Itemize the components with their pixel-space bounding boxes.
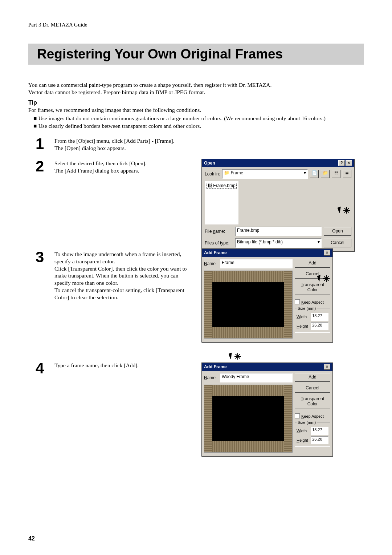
frame-name-input[interactable]: Woody Frame xyxy=(220,373,293,382)
name-label: Name xyxy=(204,375,218,380)
running-header: Part 3 Dr. METAZA Guide xyxy=(28,22,87,28)
tip-lead: For frames, we recommend using images th… xyxy=(28,107,355,113)
add-button[interactable]: Add xyxy=(295,373,330,382)
open-dialog-titlebar: Open ? × xyxy=(202,159,354,167)
height-label: Height xyxy=(297,438,309,442)
tip-heading: Tip xyxy=(28,100,37,106)
size-group: Size (mm) Width18.27 Height26.28 xyxy=(295,422,330,447)
frame-preview xyxy=(204,271,293,339)
details-view-button[interactable]: ≣ xyxy=(343,170,351,178)
height-input[interactable]: 26.28 xyxy=(311,436,328,444)
file-item[interactable]: 🖼 Frame.bmp xyxy=(207,183,237,189)
file-name-label: File name: xyxy=(205,229,233,234)
cancel-button[interactable]: Cancel xyxy=(295,384,330,393)
width-label: Width xyxy=(297,429,309,433)
step-3-line-c: To cancel the transparent-color setting,… xyxy=(54,287,184,300)
step-number-1: 1 xyxy=(36,135,44,153)
step-2-line-a: Select the desired file, then click [Ope… xyxy=(54,160,147,166)
up-one-level-button[interactable]: 📄 xyxy=(310,170,319,178)
page-title: Registering Your Own Original Frames xyxy=(37,44,364,65)
look-in-label: Look in: xyxy=(205,171,220,177)
add-frame-title: Add Frame xyxy=(204,364,227,369)
step-3-line-b: Click [Transparent Color], then click th… xyxy=(54,266,187,286)
keep-aspect-checkbox[interactable]: Keep Aspect xyxy=(295,413,330,418)
file-name-input[interactable]: Frame.bmp xyxy=(235,227,322,236)
frame-name-input[interactable]: Frame xyxy=(220,259,293,268)
width-input[interactable]: 18.27 xyxy=(311,313,328,321)
tip-bullets: ■ Use images that do not contain continu… xyxy=(33,115,364,130)
add-frame-dialog-1: Add Frame × Name Frame Add Cancel Transp… xyxy=(201,248,333,343)
height-input[interactable]: 26.28 xyxy=(311,322,328,330)
close-button[interactable]: × xyxy=(346,160,352,166)
frame-preview xyxy=(204,385,293,453)
step-2-line-b: The [Add Frame] dialog box appears. xyxy=(54,167,139,174)
step-1-text: From the [Object] menu, click [Add Parts… xyxy=(54,137,200,152)
step-number-3: 3 xyxy=(36,248,44,266)
look-in-dropdown[interactable]: 📁 Frame ▾ xyxy=(222,169,308,179)
close-button[interactable]: × xyxy=(324,364,330,370)
cancel-button[interactable]: Cancel xyxy=(295,270,330,279)
tip-bullet-1: Use images that do not contain continuou… xyxy=(38,115,326,121)
name-label: Name xyxy=(204,261,218,266)
bullet-square-icon: ■ xyxy=(33,115,38,121)
page-number: 42 xyxy=(28,535,35,542)
add-frame-dialog-2: Add Frame × Name Woody Frame Add Cancel … xyxy=(201,362,333,457)
cancel-button[interactable]: Cancel xyxy=(324,239,351,247)
step-number-4: 4 xyxy=(36,360,44,377)
intro-line-1: You can use a commercial paint-type prog… xyxy=(28,82,271,88)
height-label: Height xyxy=(297,324,309,328)
step-4-text: Type a frame name, then click [Add]. xyxy=(54,362,200,369)
size-legend: Size (mm) xyxy=(297,306,317,311)
size-legend: Size (mm) xyxy=(297,420,317,425)
step-1-line-a: From the [Object] menu, click [Add Parts… xyxy=(54,138,175,144)
add-frame-title: Add Frame xyxy=(204,250,227,255)
width-label: Width xyxy=(297,315,309,319)
new-folder-button[interactable]: 📁 xyxy=(321,170,330,178)
add-frame-titlebar: Add Frame × xyxy=(202,363,332,371)
intro-paragraph: You can use a commercial paint-type prog… xyxy=(28,81,355,96)
step-1-line-b: The [Open] dialog box appears. xyxy=(54,145,126,151)
intro-line-2: Vector data cannot be registered. Prepar… xyxy=(28,89,205,95)
help-button[interactable]: ? xyxy=(338,160,345,166)
open-dialog: Open ? × Look in: 📁 Frame ▾ 📄 📁 ☷ ≣ 🖼 Fr… xyxy=(201,159,355,252)
add-button[interactable]: Add xyxy=(295,259,330,268)
keep-aspect-checkbox[interactable]: Keep Aspect xyxy=(295,299,330,304)
files-of-type-label: Files of type: xyxy=(205,240,233,246)
size-group: Size (mm) Width18.27 Height26.28 xyxy=(295,308,330,333)
step-2-text: Select the desired file, then click [Ope… xyxy=(54,160,200,174)
transparent-color-button[interactable]: TransparentColor xyxy=(295,281,330,295)
transparent-color-button[interactable]: TransparentColor xyxy=(295,395,330,409)
files-of-type-dropdown[interactable]: Bitmap file (*.bmp;*.dib)▾ xyxy=(235,238,322,248)
open-dialog-title: Open xyxy=(204,161,215,166)
tip-bullet-2: Use clearly defined borders between tran… xyxy=(38,123,201,129)
step-4-line-a: Type a frame name, then click [Add]. xyxy=(54,362,139,368)
step-3-text: To show the image underneath when a fram… xyxy=(54,251,194,301)
step-number-2: 2 xyxy=(36,158,44,175)
close-button[interactable]: × xyxy=(324,250,330,256)
bullet-square-icon: ■ xyxy=(33,123,38,129)
width-input[interactable]: 18.27 xyxy=(311,427,328,435)
file-list[interactable]: 🖼 Frame.bmp xyxy=(205,181,238,224)
list-view-button[interactable]: ☷ xyxy=(332,170,340,178)
step-3-line-a: To show the image underneath when a fram… xyxy=(54,251,181,264)
open-button[interactable]: Open xyxy=(324,227,351,236)
document-page: Part 3 Dr. METAZA Guide Registering Your… xyxy=(0,0,392,555)
add-frame-titlebar: Add Frame × xyxy=(202,249,332,257)
